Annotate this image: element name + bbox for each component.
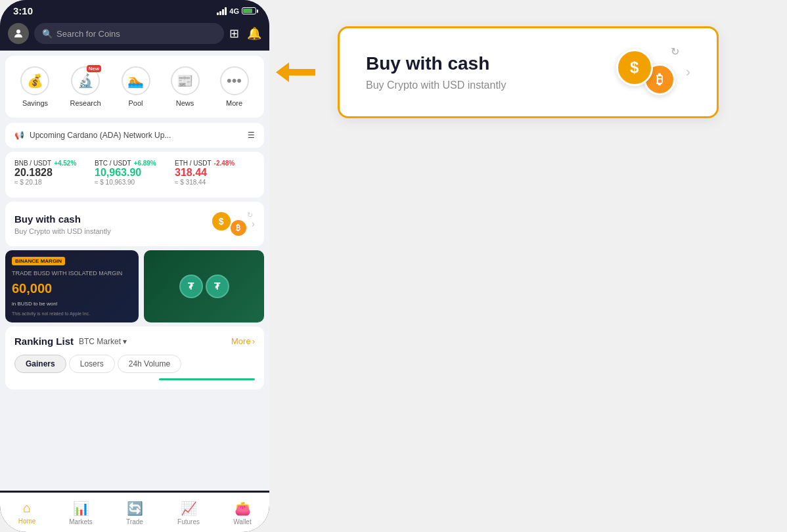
bell-icon[interactable]: 🔔 <box>247 26 261 41</box>
more-text: More <box>231 336 251 346</box>
large-dollar-icon: $ <box>616 49 653 86</box>
ranking-header: Ranking List BTC Market ▾ More › <box>14 336 255 347</box>
home-label: Home <box>18 518 36 525</box>
banner-row: BINANCE MARGIN TRADE BUSD WITH ISOLATED … <box>5 250 264 322</box>
battery-icon <box>242 7 256 14</box>
buy-cash-icons: $ ₿ ↻ › <box>211 211 255 237</box>
ann-left: 📢 Upcoming Cardano (ADA) Network Up... <box>14 131 171 140</box>
signal-bars-icon <box>217 7 227 15</box>
svg-point-0 <box>16 30 20 33</box>
savings-label: Savings <box>22 99 48 107</box>
quick-item-news[interactable]: 📰 News <box>171 66 200 107</box>
markets-label: Markets <box>69 518 93 525</box>
quick-item-research[interactable]: 🔬 New Research <box>70 66 101 107</box>
margin-banner[interactable]: BINANCE MARGIN TRADE BUSD WITH ISOLATED … <box>5 250 139 322</box>
eth-usd: ≈ $ 318.44 <box>175 179 255 186</box>
top-nav: 🔍 Search for Coins ⊞ 🔔 <box>0 19 269 51</box>
more-chevron-icon: › <box>252 336 255 346</box>
btc-pair: BTC / USDT <box>95 160 131 167</box>
status-icons: 4G <box>217 7 256 15</box>
search-bar[interactable]: 🔍 Search for Coins <box>34 23 224 44</box>
nav-trade[interactable]: 🔄 Trade <box>108 500 162 525</box>
dollar-coin-icon: $ <box>211 211 232 232</box>
qr-icon[interactable]: ⊞ <box>229 26 239 41</box>
market-select[interactable]: BTC Market ▾ <box>79 337 127 346</box>
trade-label: Trade <box>126 518 143 525</box>
research-label: Research <box>70 99 101 107</box>
nav-futures[interactable]: 📈 Futures <box>162 500 215 525</box>
research-icon: 🔬 New <box>71 66 100 95</box>
market-label: BTC Market <box>79 337 121 346</box>
tether-icon-2: ₮ <box>206 275 229 298</box>
futures-label: Futures <box>177 518 200 525</box>
price-ticker: BNB / USDT +4.52% 20.1828 ≈ $ 20.18 BTC … <box>5 152 264 198</box>
new-badge: New <box>87 65 101 72</box>
refresh-icon: ↻ <box>247 211 253 219</box>
bnb-change: +4.52% <box>54 160 76 167</box>
phone-frame: 3:10 4G 🔍 Search for Coins ⊞ 🔔 <box>0 0 269 532</box>
margin-badge: BINANCE MARGIN <box>12 257 65 265</box>
large-refresh-icon: ↻ <box>671 45 679 58</box>
buy-cash-text: Buy with cash Buy Crypto with USD instan… <box>14 213 111 235</box>
signal-label: 4G <box>229 7 239 15</box>
expanded-title: Buy with cash <box>366 53 506 74</box>
ticker-row: BNB / USDT +4.52% 20.1828 ≈ $ 20.18 BTC … <box>14 160 255 186</box>
more-label: More <box>226 99 242 107</box>
expanded-card-text: Buy with cash Buy Crypto with USD instan… <box>366 53 506 91</box>
battery-fill <box>243 9 252 13</box>
quick-item-savings[interactable]: 💰 Savings <box>20 66 49 107</box>
top-nav-icons: ⊞ 🔔 <box>229 26 261 41</box>
ranking-title: Ranking List <box>14 336 74 347</box>
ranking-tabs: Gainers Losers 24h Volume <box>14 355 255 373</box>
tether-coins: ₮ ₮ <box>179 275 229 298</box>
quick-item-more[interactable]: ••• More <box>220 66 249 107</box>
bnb-pair: BNB / USDT <box>14 160 51 167</box>
tab-indicator <box>159 378 255 380</box>
search-icon: 🔍 <box>42 29 53 39</box>
ticker-bnb[interactable]: BNB / USDT +4.52% 20.1828 ≈ $ 20.18 <box>14 160 95 186</box>
margin-disclaimer: This activity is not related to Apple In… <box>12 311 132 316</box>
tether-icon-1: ₮ <box>179 275 203 298</box>
quick-access-row: 💰 Savings 🔬 New Research 🏊 Pool 📰 News •… <box>5 56 264 118</box>
expanded-icons: $ ₿ ↻ › <box>616 49 690 95</box>
news-label: News <box>176 99 194 107</box>
megaphone-icon: 📢 <box>14 131 24 140</box>
margin-trade-text: TRADE BUSD WITH ISOLATED MARGIN <box>12 270 132 277</box>
buy-cash-card[interactable]: Buy with cash Buy Crypto with USD instan… <box>5 202 264 246</box>
more-icon: ••• <box>220 66 249 95</box>
ticker-btc[interactable]: BTC / USDT +6.89% 10,963.90 ≈ $ 10,963.9… <box>95 160 175 186</box>
tab-gainers[interactable]: Gainers <box>14 355 66 373</box>
chevron-right-icon: › <box>252 218 255 230</box>
announcement-text: Upcoming Cardano (ADA) Network Up... <box>30 131 171 140</box>
markets-icon: 📊 <box>73 500 89 516</box>
margin-amount: 60,000 <box>12 281 132 296</box>
ranking-section: Ranking List BTC Market ▾ More › Gainers… <box>5 326 264 389</box>
tab-losers[interactable]: Losers <box>69 355 115 373</box>
pool-label: Pool <box>129 99 143 107</box>
savings-icon: 💰 <box>20 66 49 95</box>
announcement-bar[interactable]: 📢 Upcoming Cardano (ADA) Network Up... ☰ <box>5 123 264 148</box>
tab-volume[interactable]: 24h Volume <box>118 355 181 373</box>
expanded-buy-cash-card[interactable]: Buy with cash Buy Crypto with USD instan… <box>338 26 719 118</box>
expanded-subtitle: Buy Crypto with USD instantly <box>366 79 506 91</box>
ranking-more-link[interactable]: More › <box>231 336 255 346</box>
bottom-nav: ⌂ Home 📊 Markets 🔄 Trade 📈 Futures 👛 Wal… <box>0 493 269 532</box>
nav-markets[interactable]: 📊 Markets <box>54 500 108 525</box>
arrow-connector <box>276 62 315 82</box>
eth-change: -2.48% <box>214 160 235 167</box>
bnb-price: 20.1828 <box>14 167 95 179</box>
status-bar: 3:10 4G <box>0 0 269 19</box>
avatar[interactable] <box>8 23 29 44</box>
ticker-eth[interactable]: ETH / USDT -2.48% 318.44 ≈ $ 318.44 <box>175 160 255 186</box>
nav-wallet[interactable]: 👛 Wallet <box>215 500 269 525</box>
btc-change: +6.89% <box>134 160 156 167</box>
eth-price: 318.44 <box>175 167 255 179</box>
bnb-usd: ≈ $ 20.18 <box>14 179 95 186</box>
nav-home[interactable]: ⌂ Home <box>0 500 54 525</box>
tether-banner[interactable]: ₮ ₮ <box>144 250 264 322</box>
coin-icons: $ ₿ ↻ <box>211 211 248 237</box>
svg-marker-1 <box>276 62 315 82</box>
list-icon: ☰ <box>248 131 255 140</box>
quick-item-pool[interactable]: 🏊 Pool <box>122 66 150 107</box>
margin-desc: in BUSD to be won! <box>12 301 132 307</box>
